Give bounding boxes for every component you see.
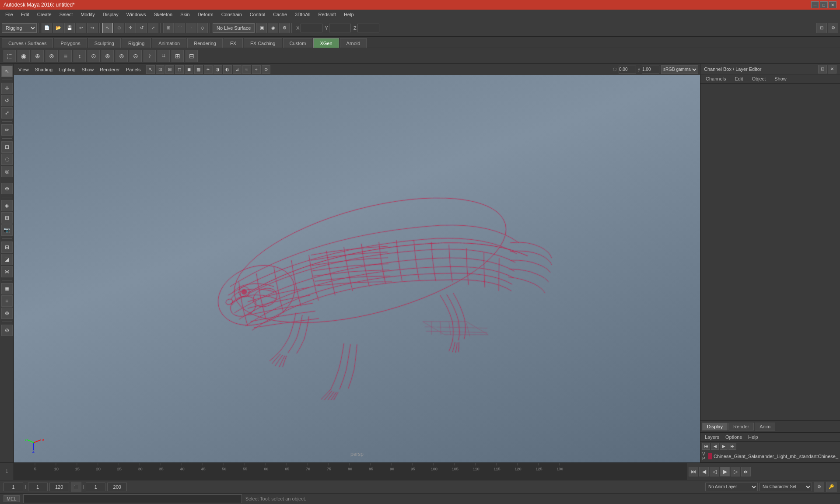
camera-button[interactable]: 📷: [1, 224, 13, 236]
vp-menu-panels[interactable]: Panels: [123, 66, 144, 73]
render-button[interactable]: ▣: [256, 23, 267, 33]
layer-nav-first[interactable]: ⏮: [702, 443, 710, 450]
z-input[interactable]: [357, 24, 379, 32]
shelf-icon-10[interactable]: ⊝: [130, 50, 142, 62]
timeline-ruler[interactable]: 5 10 15 20 25 30 35 40 45 50 55 60 65 70…: [14, 463, 687, 480]
soft-select-button[interactable]: ◎: [1, 166, 13, 177]
scale-tool-button[interactable]: ⤢: [148, 23, 158, 33]
vp-menu-shading[interactable]: Shading: [32, 66, 55, 73]
tab-custom[interactable]: Custom: [283, 38, 313, 48]
go-to-end-button[interactable]: ⏭: [741, 467, 751, 476]
shelf-icon-7[interactable]: ⊙: [88, 50, 100, 62]
play-start-input[interactable]: [86, 483, 105, 491]
ipr-button[interactable]: ◉: [268, 23, 278, 33]
layer-item[interactable]: V P Chinese_Giant_Salamander_Light_mb_st…: [700, 451, 840, 462]
y-input[interactable]: [329, 24, 351, 32]
move-tool-button[interactable]: ✛: [125, 23, 136, 33]
tab-fx[interactable]: FX: [224, 38, 243, 48]
panel-tab-show[interactable]: Show: [771, 75, 790, 82]
rotate-tool-button[interactable]: ↺: [136, 23, 147, 33]
layer-nav-last[interactable]: ⏭: [728, 443, 736, 450]
x-input[interactable]: [301, 24, 322, 32]
shelf-icon-6[interactable]: ↕: [74, 50, 86, 62]
menu-windows[interactable]: Windows: [123, 11, 150, 18]
snap-curve-button[interactable]: ⌒: [175, 23, 185, 33]
layers-menu[interactable]: Layers: [702, 434, 722, 441]
redo-button[interactable]: ↪: [87, 23, 98, 33]
close-button[interactable]: ✕: [829, 1, 836, 8]
vp-dof-icon[interactable]: ⌖: [252, 65, 261, 74]
keyframe-button[interactable]: ⬛: [71, 482, 81, 492]
vp-shadow-icon[interactable]: ◑: [214, 65, 222, 74]
vp-menu-renderer[interactable]: Renderer: [97, 66, 122, 73]
new-button[interactable]: 📄: [42, 23, 52, 33]
menu-edit[interactable]: Edit: [18, 11, 33, 18]
vp-view1-icon[interactable]: ⊡: [156, 65, 164, 74]
layout-button-left[interactable]: ⊟: [1, 242, 13, 253]
current-frame-input[interactable]: [4, 483, 23, 491]
menu-control[interactable]: Control: [246, 11, 269, 18]
panel-tab-channels[interactable]: Channels: [702, 75, 729, 82]
colorspace-selector[interactable]: sRGB gamma: [661, 65, 698, 74]
vp-view4-icon[interactable]: ⊞: [165, 65, 174, 74]
char-set-options-button[interactable]: ⚙: [814, 482, 824, 492]
move-mode-button[interactable]: ✛: [1, 83, 13, 94]
command-input[interactable]: [23, 494, 242, 503]
paint-tool-button[interactable]: ✏: [1, 124, 13, 136]
panel-tab-object[interactable]: Object: [748, 75, 769, 82]
tab-polygons[interactable]: Polygons: [54, 38, 87, 48]
bottom-tool-button[interactable]: ⊘: [1, 325, 13, 336]
panel-tab-edit[interactable]: Edit: [731, 75, 746, 82]
play-back-button[interactable]: ◁: [710, 467, 719, 476]
misc-tool-3[interactable]: ⊗: [1, 308, 13, 319]
layer-nav-prev[interactable]: ◀: [711, 443, 719, 450]
menu-select[interactable]: Select: [56, 11, 77, 18]
open-button[interactable]: 📂: [53, 23, 63, 33]
vp-menu-show[interactable]: Show: [79, 66, 97, 73]
gamma-input[interactable]: [642, 66, 659, 74]
vp-hud-icon[interactable]: ⊙: [262, 65, 270, 74]
anim-options-button[interactable]: 🔑: [826, 482, 836, 492]
tab-curves-surfaces[interactable]: Curves / Surfaces: [2, 38, 53, 48]
tab-fx-caching[interactable]: FX Caching: [244, 38, 282, 48]
menu-create[interactable]: Create: [34, 11, 55, 18]
render-tab[interactable]: Render: [728, 423, 754, 430]
shelf-icon-2[interactable]: ◉: [18, 50, 30, 62]
tab-rigging[interactable]: Rigging: [122, 38, 151, 48]
select-tool-button[interactable]: ↖: [102, 23, 113, 33]
menu-file[interactable]: File: [2, 11, 17, 18]
menu-skeleton[interactable]: Skeleton: [150, 11, 176, 18]
vp-lights-icon[interactable]: ☀: [204, 65, 213, 74]
rotate-mode-button[interactable]: ↺: [1, 95, 13, 106]
tab-sculpting[interactable]: Sculpting: [88, 38, 121, 48]
shelf-icon-8[interactable]: ⊛: [102, 50, 114, 62]
panel-float-button[interactable]: ⊡: [818, 65, 827, 74]
tab-rendering[interactable]: Rendering: [187, 38, 223, 48]
vp-shaded-icon[interactable]: ◼: [185, 65, 193, 74]
menu-modify[interactable]: Modify: [77, 11, 98, 18]
exposure-input[interactable]: [619, 66, 636, 74]
go-to-start-button[interactable]: ⏮: [689, 467, 698, 476]
shelf-icon-13[interactable]: ⊞: [172, 50, 184, 62]
layout-button[interactable]: ⊡: [816, 23, 827, 33]
shelf-icon-12[interactable]: ⌗: [158, 50, 170, 62]
snap-surface-button[interactable]: ◇: [197, 23, 208, 33]
vp-textured-icon[interactable]: ▩: [194, 65, 203, 74]
menu-cache[interactable]: Cache: [270, 11, 290, 18]
start-frame-input[interactable]: [28, 483, 48, 491]
menu-redshift[interactable]: Redshift: [315, 11, 340, 18]
menu-deform[interactable]: Deform: [194, 11, 217, 18]
menu-display[interactable]: Display: [99, 11, 122, 18]
hypershade-button[interactable]: ⋈: [1, 266, 13, 277]
options-menu[interactable]: Options: [723, 434, 745, 441]
shelf-icon-11[interactable]: ≀: [144, 50, 156, 62]
tab-animation[interactable]: Animation: [152, 38, 186, 48]
step-back-button[interactable]: ◀: [699, 467, 709, 476]
shelf-icon-3[interactable]: ⊕: [32, 50, 44, 62]
snap-point-button[interactable]: ·: [186, 23, 196, 33]
end-frame-input[interactable]: [49, 483, 69, 491]
vp-aa-icon[interactable]: ⊿: [233, 65, 242, 74]
isolate-button[interactable]: ◪: [1, 254, 13, 265]
undo-button[interactable]: ↩: [76, 23, 86, 33]
vp-menu-view[interactable]: View: [16, 66, 32, 73]
